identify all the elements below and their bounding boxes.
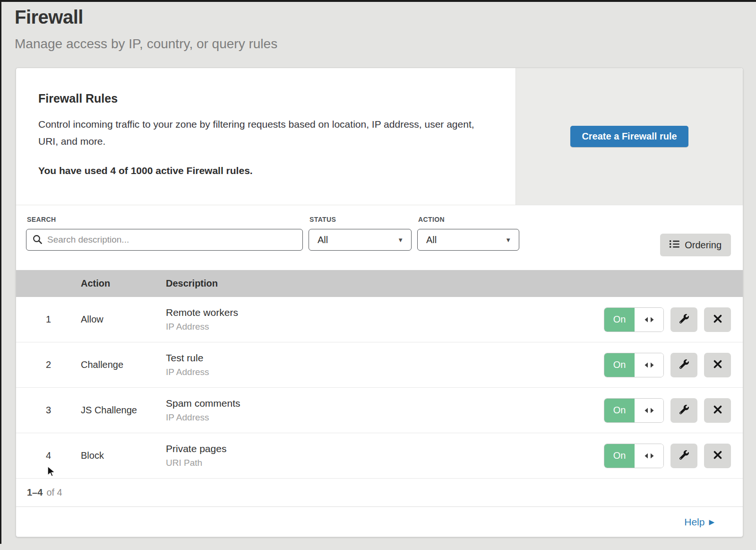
action-filter: ACTION All ▼ — [417, 216, 519, 251]
arrow-right-icon: ▶ — [709, 518, 714, 525]
ordering-button-label: Ordering — [685, 240, 722, 251]
card-footer: Help ▶ — [16, 507, 743, 537]
edit-rule-button[interactable] — [670, 444, 697, 468]
edit-rule-button[interactable] — [670, 307, 697, 332]
wrench-icon — [679, 359, 689, 370]
search-filter: SEARCH — [26, 216, 303, 251]
description-column-header: Description — [166, 278, 218, 289]
help-link[interactable]: Help ▶ — [684, 516, 714, 528]
chevron-down-icon: ▼ — [397, 236, 404, 244]
rule-description-cell: Remote workers IP Address — [166, 307, 604, 332]
close-icon — [713, 314, 722, 324]
close-icon — [713, 451, 722, 461]
action-selected-value: All — [426, 235, 437, 245]
toggle-drag-handle-icon[interactable] — [635, 444, 663, 468]
window-left-edge — [0, 0, 1, 544]
rule-description: Test rule — [166, 352, 604, 364]
rule-description-cell: Spam comments IP Address — [166, 398, 604, 423]
table-row: 3 JS Challenge Spam comments IP Address … — [16, 388, 743, 433]
pagination: 1–4 of 4 — [16, 479, 743, 507]
wrench-icon — [679, 405, 689, 416]
wrench-icon — [679, 450, 689, 461]
rule-controls: On — [604, 353, 743, 377]
rule-match-field: URI Path — [166, 458, 604, 468]
rule-action: Block — [81, 450, 166, 461]
search-icon — [33, 235, 43, 246]
create-firewall-rule-button[interactable]: Create a Firewall rule — [570, 126, 688, 147]
table-header: Action Description — [16, 270, 743, 297]
status-select[interactable]: All ▼ — [309, 229, 412, 251]
section-description: Control incoming traffic to your zone by… — [38, 116, 492, 150]
section-heading: Firewall Rules — [38, 92, 501, 105]
toggle-on-label: On — [604, 399, 635, 422]
action-label: ACTION — [418, 216, 519, 223]
create-rule-panel: Create a Firewall rule — [515, 68, 743, 205]
toggle-drag-handle-icon[interactable] — [635, 353, 663, 377]
rule-match-field: IP Address — [166, 367, 604, 377]
firewall-page: Firewall Manage access by IP, country, o… — [0, 0, 756, 550]
rule-enabled-toggle[interactable]: On — [604, 307, 664, 332]
chevron-down-icon: ▼ — [505, 236, 511, 244]
table-row: 2 Challenge Test rule IP Address On — [16, 342, 743, 388]
close-icon — [713, 360, 722, 370]
toggle-drag-handle-icon[interactable] — [635, 308, 663, 332]
rule-enabled-toggle[interactable]: On — [604, 398, 664, 423]
rule-description-cell: Test rule IP Address — [166, 352, 604, 377]
rules-list: 1 Allow Remote workers IP Address On — [16, 297, 743, 479]
rule-priority: 4 — [16, 450, 81, 461]
pagination-range: 1–4 — [27, 487, 43, 498]
overview-text: Firewall Rules Control incoming traffic … — [16, 68, 515, 205]
table-row: 1 Allow Remote workers IP Address On — [16, 297, 743, 342]
rule-enabled-toggle[interactable]: On — [604, 353, 664, 377]
close-icon — [713, 405, 722, 415]
help-link-label: Help — [684, 516, 704, 528]
rule-priority: 3 — [16, 405, 81, 416]
toggle-on-label: On — [604, 444, 635, 468]
ordering-button[interactable]: Ordering — [660, 234, 731, 256]
window-top-edge — [0, 0, 756, 2]
delete-rule-button[interactable] — [704, 444, 731, 468]
wrench-icon — [679, 314, 689, 325]
rule-controls: On — [604, 444, 743, 468]
status-label: STATUS — [309, 216, 412, 223]
edit-rule-button[interactable] — [670, 398, 697, 423]
search-input[interactable] — [26, 229, 303, 251]
rule-action: Challenge — [81, 359, 166, 370]
ordered-list-icon — [670, 239, 679, 251]
rule-enabled-toggle[interactable]: On — [604, 444, 664, 468]
delete-rule-button[interactable] — [704, 353, 731, 377]
rule-controls: On — [604, 307, 743, 332]
page-header: Firewall Manage access by IP, country, o… — [0, 0, 756, 53]
toggle-drag-handle-icon[interactable] — [635, 399, 663, 422]
rule-description: Spam comments — [166, 398, 604, 409]
rule-priority: 1 — [16, 314, 81, 325]
firewall-rules-card: Firewall Rules Control incoming traffic … — [16, 68, 743, 537]
rule-match-field: IP Address — [166, 412, 604, 423]
rule-match-field: IP Address — [166, 322, 604, 332]
rule-priority: 2 — [16, 359, 81, 370]
rule-action: Allow — [81, 314, 166, 325]
filters-bar: SEARCH STATUS All ▼ — [16, 205, 743, 270]
rule-action: JS Challenge — [81, 405, 166, 416]
toggle-on-label: On — [604, 308, 635, 332]
overview-section: Firewall Rules Control incoming traffic … — [16, 68, 743, 205]
delete-rule-button[interactable] — [704, 307, 731, 332]
rule-description: Private pages — [166, 443, 604, 454]
action-column-header: Action — [81, 278, 166, 289]
rule-controls: On — [604, 398, 743, 423]
search-label: SEARCH — [27, 216, 303, 223]
rule-description: Remote workers — [166, 307, 604, 318]
page-subtitle: Manage access by IP, country, or query r… — [15, 35, 756, 53]
pagination-total: of 4 — [46, 487, 62, 498]
status-filter: STATUS All ▼ — [309, 216, 412, 251]
rule-description-cell: Private pages URI Path — [166, 443, 604, 468]
table-row: 4 Block Private pages URI Path On — [16, 433, 743, 479]
action-select[interactable]: All ▼ — [417, 229, 519, 251]
status-selected-value: All — [318, 235, 328, 245]
delete-rule-button[interactable] — [704, 398, 731, 423]
usage-summary: You have used 4 of 1000 active Firewall … — [38, 165, 501, 176]
page-title: Firewall — [15, 6, 756, 28]
edit-rule-button[interactable] — [670, 353, 697, 377]
toggle-on-label: On — [604, 353, 635, 377]
